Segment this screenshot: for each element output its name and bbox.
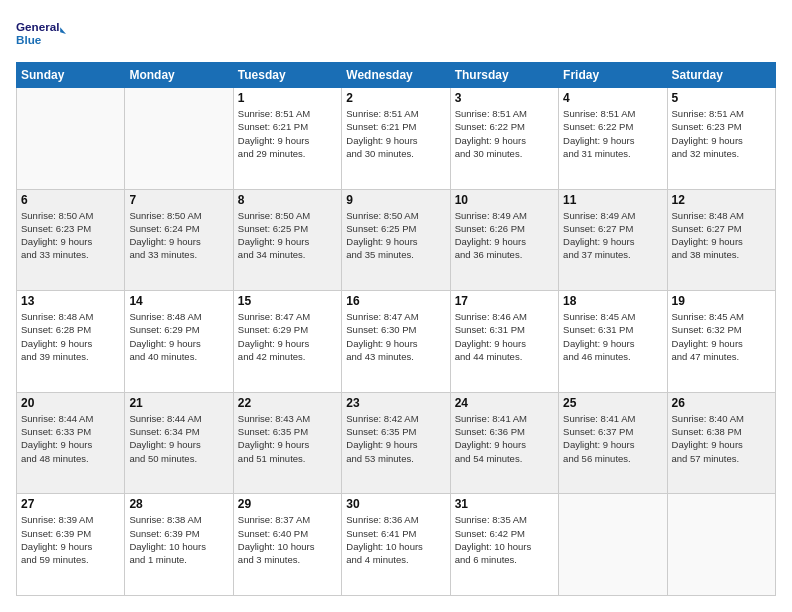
day-info: Sunrise: 8:42 AM Sunset: 6:35 PM Dayligh… [346,412,445,465]
day-info: Sunrise: 8:43 AM Sunset: 6:35 PM Dayligh… [238,412,337,465]
day-info: Sunrise: 8:49 AM Sunset: 6:26 PM Dayligh… [455,209,554,262]
day-info: Sunrise: 8:41 AM Sunset: 6:37 PM Dayligh… [563,412,662,465]
calendar-cell: 25Sunrise: 8:41 AM Sunset: 6:37 PM Dayli… [559,392,667,494]
weekday-header-monday: Monday [125,63,233,88]
calendar-cell: 22Sunrise: 8:43 AM Sunset: 6:35 PM Dayli… [233,392,341,494]
day-number: 21 [129,396,228,410]
calendar-cell: 9Sunrise: 8:50 AM Sunset: 6:25 PM Daylig… [342,189,450,291]
day-number: 15 [238,294,337,308]
day-info: Sunrise: 8:44 AM Sunset: 6:33 PM Dayligh… [21,412,120,465]
calendar-cell [125,88,233,190]
weekday-header-saturday: Saturday [667,63,775,88]
day-number: 22 [238,396,337,410]
day-info: Sunrise: 8:51 AM Sunset: 6:22 PM Dayligh… [455,107,554,160]
day-number: 16 [346,294,445,308]
day-info: Sunrise: 8:45 AM Sunset: 6:32 PM Dayligh… [672,310,771,363]
calendar-cell: 14Sunrise: 8:48 AM Sunset: 6:29 PM Dayli… [125,291,233,393]
day-number: 10 [455,193,554,207]
calendar-cell: 10Sunrise: 8:49 AM Sunset: 6:26 PM Dayli… [450,189,558,291]
svg-marker-2 [60,27,66,34]
logo: General Blue [16,16,66,52]
day-number: 25 [563,396,662,410]
weekday-header-sunday: Sunday [17,63,125,88]
weekday-header-thursday: Thursday [450,63,558,88]
calendar-cell: 30Sunrise: 8:36 AM Sunset: 6:41 PM Dayli… [342,494,450,596]
weekday-header-wednesday: Wednesday [342,63,450,88]
day-info: Sunrise: 8:47 AM Sunset: 6:30 PM Dayligh… [346,310,445,363]
day-number: 11 [563,193,662,207]
calendar-cell: 17Sunrise: 8:46 AM Sunset: 6:31 PM Dayli… [450,291,558,393]
calendar-cell: 7Sunrise: 8:50 AM Sunset: 6:24 PM Daylig… [125,189,233,291]
day-number: 20 [21,396,120,410]
day-number: 7 [129,193,228,207]
day-info: Sunrise: 8:50 AM Sunset: 6:24 PM Dayligh… [129,209,228,262]
day-number: 5 [672,91,771,105]
day-info: Sunrise: 8:51 AM Sunset: 6:21 PM Dayligh… [346,107,445,160]
day-info: Sunrise: 8:50 AM Sunset: 6:25 PM Dayligh… [346,209,445,262]
day-number: 17 [455,294,554,308]
day-number: 23 [346,396,445,410]
calendar-cell: 15Sunrise: 8:47 AM Sunset: 6:29 PM Dayli… [233,291,341,393]
calendar-cell: 3Sunrise: 8:51 AM Sunset: 6:22 PM Daylig… [450,88,558,190]
weekday-header-friday: Friday [559,63,667,88]
calendar-cell: 4Sunrise: 8:51 AM Sunset: 6:22 PM Daylig… [559,88,667,190]
calendar-cell [667,494,775,596]
calendar-cell: 27Sunrise: 8:39 AM Sunset: 6:39 PM Dayli… [17,494,125,596]
day-info: Sunrise: 8:48 AM Sunset: 6:27 PM Dayligh… [672,209,771,262]
day-info: Sunrise: 8:50 AM Sunset: 6:23 PM Dayligh… [21,209,120,262]
day-info: Sunrise: 8:39 AM Sunset: 6:39 PM Dayligh… [21,513,120,566]
day-number: 9 [346,193,445,207]
calendar-cell: 12Sunrise: 8:48 AM Sunset: 6:27 PM Dayli… [667,189,775,291]
calendar-cell [559,494,667,596]
weekday-header-tuesday: Tuesday [233,63,341,88]
calendar-cell: 23Sunrise: 8:42 AM Sunset: 6:35 PM Dayli… [342,392,450,494]
day-info: Sunrise: 8:51 AM Sunset: 6:22 PM Dayligh… [563,107,662,160]
calendar-cell: 20Sunrise: 8:44 AM Sunset: 6:33 PM Dayli… [17,392,125,494]
day-number: 24 [455,396,554,410]
calendar-cell: 18Sunrise: 8:45 AM Sunset: 6:31 PM Dayli… [559,291,667,393]
day-info: Sunrise: 8:44 AM Sunset: 6:34 PM Dayligh… [129,412,228,465]
calendar-week-1: 1Sunrise: 8:51 AM Sunset: 6:21 PM Daylig… [17,88,776,190]
day-number: 31 [455,497,554,511]
day-info: Sunrise: 8:36 AM Sunset: 6:41 PM Dayligh… [346,513,445,566]
calendar-cell: 26Sunrise: 8:40 AM Sunset: 6:38 PM Dayli… [667,392,775,494]
calendar-cell: 21Sunrise: 8:44 AM Sunset: 6:34 PM Dayli… [125,392,233,494]
calendar-week-4: 20Sunrise: 8:44 AM Sunset: 6:33 PM Dayli… [17,392,776,494]
logo-svg: General Blue [16,16,66,52]
day-number: 12 [672,193,771,207]
day-number: 14 [129,294,228,308]
day-info: Sunrise: 8:46 AM Sunset: 6:31 PM Dayligh… [455,310,554,363]
calendar-cell: 2Sunrise: 8:51 AM Sunset: 6:21 PM Daylig… [342,88,450,190]
day-info: Sunrise: 8:45 AM Sunset: 6:31 PM Dayligh… [563,310,662,363]
calendar-cell: 16Sunrise: 8:47 AM Sunset: 6:30 PM Dayli… [342,291,450,393]
day-info: Sunrise: 8:41 AM Sunset: 6:36 PM Dayligh… [455,412,554,465]
svg-text:Blue: Blue [16,33,42,46]
day-info: Sunrise: 8:50 AM Sunset: 6:25 PM Dayligh… [238,209,337,262]
day-number: 3 [455,91,554,105]
day-number: 6 [21,193,120,207]
day-number: 27 [21,497,120,511]
calendar-cell: 31Sunrise: 8:35 AM Sunset: 6:42 PM Dayli… [450,494,558,596]
day-number: 4 [563,91,662,105]
calendar-table: SundayMondayTuesdayWednesdayThursdayFrid… [16,62,776,596]
day-info: Sunrise: 8:38 AM Sunset: 6:39 PM Dayligh… [129,513,228,566]
day-info: Sunrise: 8:40 AM Sunset: 6:38 PM Dayligh… [672,412,771,465]
calendar-week-3: 13Sunrise: 8:48 AM Sunset: 6:28 PM Dayli… [17,291,776,393]
day-info: Sunrise: 8:37 AM Sunset: 6:40 PM Dayligh… [238,513,337,566]
day-number: 1 [238,91,337,105]
page-header: General Blue [16,16,776,52]
svg-text:General: General [16,20,59,33]
calendar-cell: 11Sunrise: 8:49 AM Sunset: 6:27 PM Dayli… [559,189,667,291]
calendar-cell [17,88,125,190]
day-number: 29 [238,497,337,511]
calendar-cell: 28Sunrise: 8:38 AM Sunset: 6:39 PM Dayli… [125,494,233,596]
weekday-header-row: SundayMondayTuesdayWednesdayThursdayFrid… [17,63,776,88]
day-info: Sunrise: 8:35 AM Sunset: 6:42 PM Dayligh… [455,513,554,566]
calendar-cell: 5Sunrise: 8:51 AM Sunset: 6:23 PM Daylig… [667,88,775,190]
day-info: Sunrise: 8:51 AM Sunset: 6:23 PM Dayligh… [672,107,771,160]
day-number: 8 [238,193,337,207]
calendar-cell: 8Sunrise: 8:50 AM Sunset: 6:25 PM Daylig… [233,189,341,291]
calendar-cell: 24Sunrise: 8:41 AM Sunset: 6:36 PM Dayli… [450,392,558,494]
day-number: 13 [21,294,120,308]
calendar-cell: 6Sunrise: 8:50 AM Sunset: 6:23 PM Daylig… [17,189,125,291]
